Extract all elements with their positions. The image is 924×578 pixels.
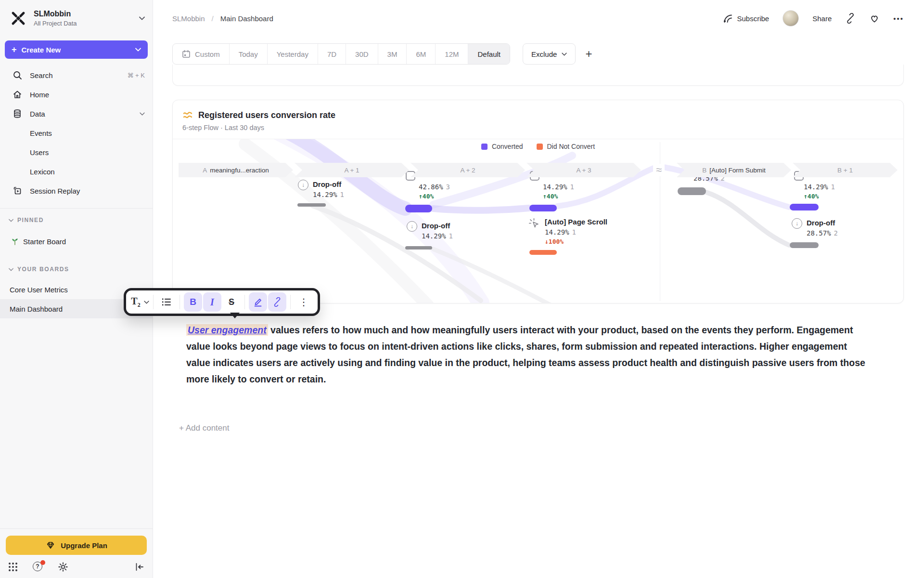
- create-new-button[interactable]: + Create New: [5, 40, 148, 59]
- your-boards-section-header[interactable]: YOUR BOARDS: [0, 262, 153, 277]
- date-preset-default[interactable]: Default: [468, 44, 510, 64]
- highlight-button[interactable]: [249, 292, 267, 312]
- sidebar-item-users[interactable]: Users: [0, 143, 153, 162]
- chevron-down-icon: [144, 301, 149, 304]
- flows-report-icon: [182, 110, 193, 120]
- date-preset-12m[interactable]: 12M: [436, 44, 468, 64]
- database-icon: [13, 109, 22, 118]
- legend-did-not-convert[interactable]: Did Not Convert: [537, 143, 595, 150]
- flow-node-a2-dropoff[interactable]: ↓ Drop-off 14.29%1: [407, 221, 453, 240]
- sidebar-item-home[interactable]: Home: [0, 85, 153, 104]
- sidebar-item-label: Events: [30, 129, 52, 137]
- toolbar-divider: [244, 295, 245, 309]
- flow-node-a3-page-scroll[interactable]: [Auto] Page Scroll 14.29%1 ↓100%: [528, 217, 607, 245]
- flow-node-a1-dropoff[interactable]: ↓ Drop-off 14.29%1: [298, 180, 344, 198]
- upgrade-plan-button[interactable]: Upgrade Plan: [6, 536, 147, 555]
- sidebar-item-lexicon[interactable]: Lexicon: [0, 162, 153, 181]
- node-pct: 14.29%: [313, 191, 337, 198]
- chevron-down-icon: [139, 16, 145, 20]
- share-button[interactable]: Share: [812, 14, 832, 23]
- subscribe-button[interactable]: Subscribe: [722, 13, 770, 24]
- node-pct: 42.86%: [419, 183, 443, 191]
- seedling-icon: [11, 237, 19, 246]
- add-filter-button[interactable]: +: [585, 48, 592, 60]
- workspace-switcher[interactable]: SLMobbin All Project Data: [0, 0, 153, 33]
- sidebar-item-events[interactable]: Events: [0, 123, 153, 143]
- more-menu-icon[interactable]: •••: [893, 14, 904, 23]
- note-body: values refers to how much and how meanin…: [186, 325, 865, 384]
- step-header-a2[interactable]: A + 2: [411, 163, 525, 177]
- date-preset-yesterday[interactable]: Yesterday: [268, 44, 318, 64]
- step-header-a[interactable]: A meaningfu...eraction: [179, 163, 293, 177]
- sidebar-item-label: Data: [30, 110, 45, 118]
- flow-node-a2-step[interactable]: 42.86%3 ↑40%: [419, 182, 450, 200]
- did-not-convert-bar: [529, 250, 557, 255]
- exclude-filter-button[interactable]: Exclude: [523, 43, 576, 65]
- step-bar-gray: [678, 187, 706, 195]
- node-pct: 14.29%: [804, 183, 828, 191]
- date-preset-6m[interactable]: 6M: [407, 44, 436, 64]
- chart-legend: Converted Did Not Convert: [173, 143, 903, 150]
- node-count: 1: [340, 191, 344, 198]
- collapse-sidebar-icon[interactable]: [134, 562, 145, 572]
- dropoff-arrow-icon: ↓: [407, 221, 417, 232]
- step-header-a3[interactable]: A + 3: [526, 163, 641, 177]
- flow-node-b1-step[interactable]: 14.29%1 ↑40%: [804, 182, 835, 200]
- flow-step-headers: A meaningfu...eraction A + 1 A + 2 A + 3…: [173, 163, 903, 177]
- link-button[interactable]: [268, 292, 286, 312]
- bullet-list-button[interactable]: [157, 292, 176, 312]
- highlighter-pen-icon: [253, 297, 263, 307]
- flow-node-b1-dropoff[interactable]: ↓ Drop-off 28.57%2: [792, 218, 838, 237]
- breadcrumb-page: Main Dashboard: [220, 14, 273, 23]
- flow-report-card: Registered users conversion rate 6-step …: [172, 100, 904, 303]
- app-window: SLMobbin All Project Data + Create New S…: [0, 0, 924, 578]
- approx-symbol: ≈: [653, 164, 665, 176]
- bold-button[interactable]: B: [184, 292, 202, 312]
- toolbar-more-button[interactable]: ⋮: [295, 292, 313, 312]
- sidebar-item-session-replay[interactable]: Session Replay: [0, 181, 153, 200]
- step-header-b[interactable]: B [Auto] Form Submit: [677, 163, 791, 177]
- workspace-subtitle: All Project Data: [34, 20, 77, 27]
- step-header-b1[interactable]: B + 1: [793, 163, 898, 177]
- date-preset-7d[interactable]: 7D: [318, 44, 346, 64]
- highlighted-link-text[interactable]: User engagement: [186, 324, 268, 336]
- node-pct: 28.57%: [807, 229, 831, 237]
- italic-button[interactable]: I: [203, 292, 221, 312]
- node-count: 1: [570, 183, 574, 191]
- toolbar-divider: [290, 295, 291, 309]
- toolbar-pointer: [230, 313, 240, 323]
- sidebar-footer: Upgrade Plan ?: [0, 528, 153, 578]
- node-count: 1: [449, 232, 453, 240]
- mixpanel-logo: [10, 10, 27, 27]
- date-preset-3m[interactable]: 3M: [378, 44, 407, 64]
- sidebar-item-data[interactable]: Data: [0, 104, 153, 123]
- breadcrumb-separator: /: [212, 14, 214, 23]
- node-pct: 14.29%: [422, 232, 446, 240]
- chevron-down-icon[interactable]: [135, 48, 141, 52]
- breadcrumb-project[interactable]: SLMobbin: [172, 14, 205, 23]
- flow-node-a3-step[interactable]: 14.29%1 ↑40%: [543, 182, 574, 200]
- date-preset-custom[interactable]: Custom: [173, 44, 230, 64]
- avatar[interactable]: [783, 10, 799, 26]
- help-icon[interactable]: ?: [33, 562, 43, 572]
- pinned-section-header[interactable]: PINNED: [0, 212, 153, 228]
- date-preset-30d[interactable]: 30D: [346, 44, 378, 64]
- breadcrumb: SLMobbin / Main Dashboard: [172, 14, 273, 23]
- toolbar-divider: [153, 295, 154, 309]
- text-style-dropdown[interactable]: T2: [131, 292, 149, 312]
- sidebar-item-search[interactable]: Search ⌘ + K: [0, 66, 153, 85]
- node-delta: ↓100%: [545, 238, 607, 245]
- legend-converted[interactable]: Converted: [481, 143, 523, 150]
- link-icon[interactable]: [845, 13, 856, 24]
- settings-gear-icon[interactable]: [58, 562, 68, 572]
- step-header-a1[interactable]: A + 1: [295, 163, 409, 177]
- dropoff-bar: [790, 242, 819, 248]
- date-preset-today[interactable]: Today: [230, 44, 268, 64]
- board-text-block[interactable]: User engagement values refers to how muc…: [186, 322, 866, 387]
- apps-grid-icon[interactable]: [8, 562, 18, 572]
- sidebar-item-starter-board[interactable]: Starter Board: [0, 232, 153, 251]
- strikethrough-button[interactable]: S: [222, 292, 241, 312]
- add-content-button[interactable]: + Add content: [179, 423, 229, 433]
- board-label: Main Dashboard: [10, 305, 63, 313]
- favorite-heart-icon[interactable]: [869, 13, 880, 24]
